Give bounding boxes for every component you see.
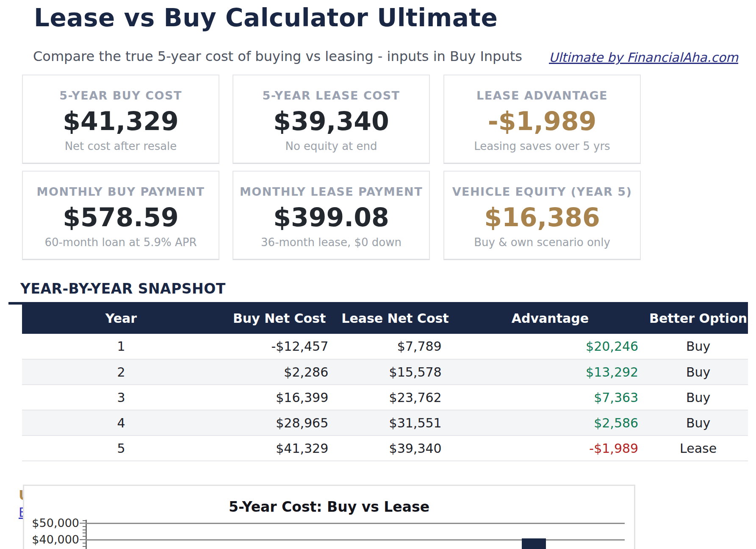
col-header-better-option: Better Option xyxy=(648,303,748,334)
card-label: 5-YEAR LEASE COST xyxy=(262,89,400,102)
y-axis-minor-tick xyxy=(83,520,87,521)
brand-link[interactable]: Ultimate by FinancialAha.com xyxy=(549,50,738,65)
cell-advantage: $13,292 xyxy=(452,359,648,385)
card-value: $578.59 xyxy=(63,205,178,230)
page-title: Lease vs Buy Calculator Ultimate xyxy=(34,3,498,32)
table-row: 3 $16,399 $23,762 $7,363 Buy xyxy=(22,385,748,410)
card-label: VEHICLE EQUITY (YEAR 5) xyxy=(452,185,632,198)
cell-buy-net-cost: $28,965 xyxy=(220,410,338,435)
col-header-advantage: Advantage xyxy=(452,303,648,334)
y-axis-tick-label-40000: $40,000 xyxy=(31,533,79,546)
cell-lease-net-cost: $7,789 xyxy=(338,334,451,359)
card-subtext: Net cost after resale xyxy=(65,140,177,152)
y-axis-minor-tick xyxy=(83,543,87,543)
card-label: LEASE ADVANTAGE xyxy=(476,89,608,102)
card-monthly-lease-payment: MONTHLY LEASE PAYMENT $399.08 36-month l… xyxy=(233,171,430,260)
card-value: $399.08 xyxy=(273,205,389,230)
card-5yr-lease-cost: 5-YEAR LEASE COST $39,340 No equity at e… xyxy=(233,75,430,164)
y-axis-tick-label-50000: $50,000 xyxy=(31,516,79,530)
col-header-lease-net-cost: Lease Net Cost xyxy=(338,303,451,334)
cell-advantage: $20,246 xyxy=(452,334,648,359)
cell-advantage: $7,363 xyxy=(452,385,648,410)
card-label: MONTHLY BUY PAYMENT xyxy=(37,185,205,198)
cell-year: 1 xyxy=(22,334,220,359)
y-axis-minor-tick xyxy=(83,530,87,530)
cell-better-option: Buy xyxy=(648,359,748,385)
card-subtext: Leasing saves over 5 yrs xyxy=(474,140,610,152)
y-axis-minor-tick xyxy=(83,532,87,533)
card-value: $41,329 xyxy=(63,108,178,134)
card-monthly-buy-payment: MONTHLY BUY PAYMENT $578.59 60-month loa… xyxy=(22,171,219,260)
y-axis-minor-tick xyxy=(83,526,87,527)
card-lease-advantage: LEASE ADVANTAGE -$1,989 Leasing saves ov… xyxy=(443,75,641,164)
card-vehicle-equity: VEHICLE EQUITY (YEAR 5) $16,386 Buy & ow… xyxy=(443,171,641,260)
cell-better-option: Buy xyxy=(648,385,748,410)
table-row: 2 $2,286 $15,578 $13,292 Buy xyxy=(22,359,748,385)
gridline-50000 xyxy=(86,523,625,524)
card-5yr-buy-cost: 5-YEAR BUY COST $41,329 Net cost after r… xyxy=(22,75,219,164)
card-subtext: 36-month lease, $0 down xyxy=(261,236,402,249)
y-axis-minor-tick xyxy=(83,536,87,537)
card-value: $16,386 xyxy=(484,205,600,230)
cell-year: 5 xyxy=(22,435,220,461)
card-subtext: 60-month loan at 5.9% APR xyxy=(44,236,197,249)
cell-year: 3 xyxy=(22,385,220,410)
y-axis-line xyxy=(86,520,87,549)
cell-better-option: Buy xyxy=(648,410,748,435)
y-axis-minor-tick xyxy=(83,546,87,547)
cost-chart-card: 5-Year Cost: Buy vs Lease $50,000 $40,00… xyxy=(23,485,635,549)
cell-lease-net-cost: $23,762 xyxy=(338,385,451,410)
cell-better-option: Buy xyxy=(648,334,748,359)
table-row: 4 $28,965 $31,551 $2,586 Buy xyxy=(22,410,748,435)
cell-better-option: Lease xyxy=(648,435,748,461)
card-value: $39,340 xyxy=(273,108,389,134)
col-header-year: Year xyxy=(22,303,220,334)
cell-buy-net-cost: $16,399 xyxy=(220,385,338,410)
cell-buy-net-cost: $2,286 xyxy=(220,359,338,385)
cell-year: 2 xyxy=(22,359,220,385)
cell-advantage: -$1,989 xyxy=(452,435,648,461)
cell-buy-net-cost: -$12,457 xyxy=(220,334,338,359)
card-label: MONTHLY LEASE PAYMENT xyxy=(240,185,423,198)
snapshot-table: Year Buy Net Cost Lease Net Cost Advanta… xyxy=(22,303,748,461)
cell-lease-net-cost: $31,551 xyxy=(338,410,451,435)
bar-buy-year5 xyxy=(522,538,546,549)
page-subtitle: Compare the true 5-year cost of buying v… xyxy=(33,48,522,64)
card-value: -$1,989 xyxy=(488,108,596,134)
cell-year: 4 xyxy=(22,410,220,435)
snapshot-section-heading: YEAR-BY-YEAR SNAPSHOT xyxy=(20,280,226,297)
card-label: 5-YEAR BUY COST xyxy=(59,89,182,102)
table-row: 1 -$12,457 $7,789 $20,246 Buy xyxy=(22,334,748,359)
table-header-row: Year Buy Net Cost Lease Net Cost Advanta… xyxy=(22,303,748,334)
card-subtext: No equity at end xyxy=(285,140,377,152)
table-row: 5 $41,329 $39,340 -$1,989 Lease xyxy=(22,435,748,461)
col-header-buy-net-cost: Buy Net Cost xyxy=(220,303,338,334)
cell-lease-net-cost: $39,340 xyxy=(338,435,451,461)
cell-buy-net-cost: $41,329 xyxy=(220,435,338,461)
card-subtext: Buy & own scenario only xyxy=(474,236,610,249)
cell-lease-net-cost: $15,578 xyxy=(338,359,451,385)
chart-title: 5-Year Cost: Buy vs Lease xyxy=(24,499,634,515)
cell-advantage: $2,586 xyxy=(452,410,648,435)
